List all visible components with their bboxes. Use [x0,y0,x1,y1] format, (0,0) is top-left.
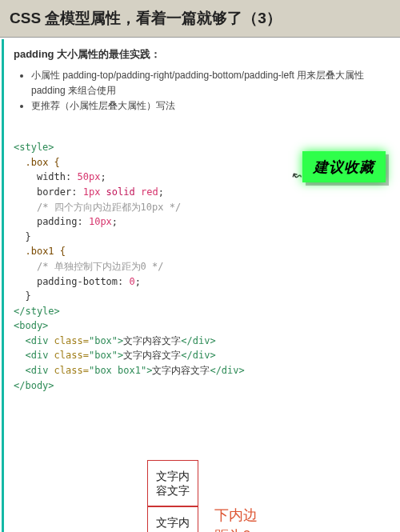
code-token: <div [25,350,54,361]
main-content: padding 大小属性的最佳实践： 小属性 padding-top/paddi… [2,39,400,532]
code-token: "box" [89,335,118,346]
code-comment: /* 四个方向内边距都为10px */ [37,202,181,213]
code-token: } [25,290,30,302]
code-block: <style> .box { width: 50px; border: 1px … [14,122,390,444]
best-practice-list: 小属性 padding-top/padding-right/padding-bo… [14,68,390,114]
code-token: padding: [37,216,83,227]
list-item: 更推荐（小属性层叠大属性）写法 [31,98,390,114]
code-token: solid [106,186,135,198]
code-token: </div> [210,365,244,376]
code-token: <div [25,335,54,346]
code-token: ; [112,216,118,227]
code-token: </div> [181,350,215,361]
demo-area: 文字内容文字 文字内容文字 文字内容文字 下内边 距为0 [14,460,390,532]
code-token: .box { [25,157,59,168]
list-item: 小属性 padding-top/padding-right/padding-bo… [31,68,390,98]
code-token: </style> [14,306,60,317]
code-token: class= [54,365,89,376]
code-token: ; [135,276,141,287]
code-token: 文字内容文字 [123,350,181,361]
code-token: 1px [77,186,106,198]
code-token: border: [37,186,78,198]
code-token: .box1 { [25,246,66,257]
code-token: padding-bottom: [37,276,123,287]
code-token: "box" [89,350,118,361]
code-comment: /* 单独控制下内边距为0 */ [37,261,164,272]
demo-box: 文字内容文字 [147,460,198,506]
code-token: red [135,186,158,198]
code-token: 文字内容文字 [123,335,181,346]
code-token: "box box1" [89,365,146,376]
code-token: </div> [181,335,215,346]
code-token: 10px [83,216,112,227]
annotation: 下内边 距为0 [214,506,258,532]
demo-column: 文字内容文字 文字内容文字 文字内容文字 [147,460,198,532]
code-token: width: [37,171,71,182]
code-token: class= [54,350,89,361]
code-token: <body> [14,320,48,331]
annotation-line: 距为0 [214,526,258,532]
annotation-line: 下内边 [214,506,258,526]
code-token: 0 [123,276,134,287]
code-token: <div [25,365,54,376]
code-token: } [25,231,30,242]
code-token: ; [158,186,164,198]
code-token: <style> [14,142,54,153]
code-token: class= [54,335,89,346]
demo-box: 文字内容文字 [147,506,198,532]
page-title: CSS 盒模型属性，看着一篇就够了（3） [10,8,390,29]
code-token: 50px [71,171,100,182]
bookmark-badge: 建议收藏 [302,151,386,183]
title-bar: CSS 盒模型属性，看着一篇就够了（3） [0,0,400,38]
code-token: ; [100,171,106,182]
code-token: 文字内容文字 [152,365,210,376]
subheading: padding 大小属性的最佳实践： [14,47,390,62]
code-token: </body> [14,380,54,391]
